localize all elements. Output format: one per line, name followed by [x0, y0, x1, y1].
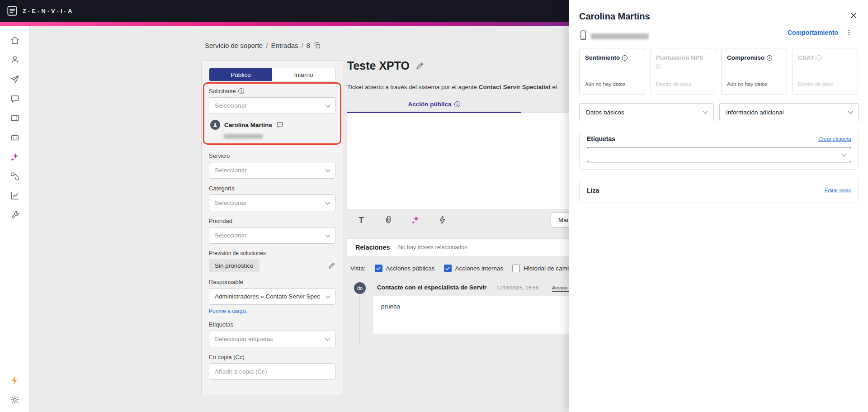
- mobile-phone-icon: [579, 30, 587, 41]
- ticket-title: Teste XPTO: [347, 59, 410, 72]
- zenvia-logo-icon: [6, 5, 18, 17]
- contacts-icon[interactable]: [10, 55, 20, 65]
- tab-interno[interactable]: Interno: [272, 68, 335, 81]
- quick-reply-flash-icon[interactable]: [438, 215, 448, 225]
- cc-input[interactable]: Añadir a copia (Cc): [209, 363, 335, 380]
- create-tag-link[interactable]: Crear etiqueta: [818, 136, 851, 142]
- view-filters-row: Vista: Acciones públicas Acciones intern…: [350, 265, 572, 272]
- servicio-select[interactable]: Seleccionar: [209, 162, 335, 179]
- info-icon: [816, 55, 822, 61]
- metric-nps: Puntuación NPS Dentro de poco: [650, 48, 716, 95]
- redacted-requester-contact: [224, 134, 263, 139]
- copy-icon[interactable]: [313, 42, 321, 49]
- breadcrumb-entradas[interactable]: Entradas: [271, 42, 298, 49]
- breadcrumb-servicio[interactable]: Servicio de soporte: [205, 42, 263, 49]
- tickets-icon[interactable]: [10, 113, 20, 123]
- categoria-select[interactable]: Seleccionar: [209, 194, 335, 211]
- filter-historial-cambios[interactable]: Historial de cambi: [512, 265, 572, 272]
- visibility-tabs: Público Interno: [209, 68, 335, 81]
- chevron-down-icon: [325, 102, 330, 107]
- tags-card: Etiquetas Crear etiqueta: [579, 129, 859, 170]
- requester-name[interactable]: Carolina Martins: [224, 122, 272, 128]
- timeline-connector: [359, 296, 360, 345]
- metric-value: Aún no hay datos: [727, 81, 781, 89]
- behavior-link[interactable]: Comportamiento: [788, 29, 838, 36]
- metric-sentimiento: Sentimiento Aún no hay datos: [579, 48, 645, 95]
- chevron-down-icon: [848, 109, 853, 114]
- send-icon[interactable]: [10, 74, 20, 84]
- home-icon[interactable]: [10, 35, 20, 45]
- solicitante-select[interactable]: Seleccionar: [209, 97, 335, 114]
- relations-title: Relaciones: [355, 244, 390, 251]
- edit-pencil-icon[interactable]: [328, 262, 335, 270]
- responsable-label: Responsable: [209, 279, 335, 285]
- kebab-menu-icon[interactable]: [845, 29, 853, 36]
- brand-wordmark: Z·E·N·V·I·A: [23, 8, 74, 14]
- chevron-down-icon: [325, 232, 330, 237]
- metric-value: Dentro de poco: [798, 81, 852, 89]
- checkbox-checked-icon[interactable]: [444, 265, 452, 272]
- prioridad-select[interactable]: Seleccionar: [209, 227, 335, 244]
- chevron-down-icon: [325, 336, 330, 341]
- ai-sparkles-icon[interactable]: [10, 152, 20, 162]
- contact-name-title: Carolina Martins: [579, 11, 650, 22]
- filter-acciones-internas[interactable]: Acciones internas: [444, 265, 504, 272]
- chat-bubble-icon[interactable]: [276, 121, 284, 129]
- contact-drawer: Carolina Martins Comportamiento Sentimie…: [569, 0, 868, 412]
- edit-title-pencil-icon[interactable]: [415, 62, 424, 70]
- text-format-icon[interactable]: T: [356, 215, 366, 225]
- contact-metrics: Sentimiento Aún no hay datos Puntuación …: [579, 48, 858, 95]
- settings-gear-icon[interactable]: [10, 395, 20, 405]
- app-sidebar: [0, 26, 30, 412]
- metric-csat: CSAT Dentro de poco: [792, 48, 858, 95]
- vista-label: Vista:: [350, 265, 366, 272]
- breadcrumb-separator: /: [266, 42, 268, 49]
- metric-value: Aún no hay datos: [585, 81, 639, 89]
- tags-select[interactable]: [587, 147, 851, 162]
- assign-me-link[interactable]: Ponme a cargo.: [209, 308, 247, 314]
- contact-accordions: Datos básicos Información adicional: [579, 103, 859, 121]
- attachment-paperclip-icon[interactable]: [383, 215, 393, 225]
- editor-toolbar: T: [356, 212, 448, 228]
- selected-requester: Carolina Martins: [209, 120, 335, 130]
- info-icon: [238, 88, 244, 94]
- flash-icon[interactable]: [10, 375, 20, 385]
- checkbox-checked-icon[interactable]: [375, 265, 382, 272]
- checkbox-unchecked-icon[interactable]: [512, 265, 520, 272]
- etiquetas-label: Etiquetas: [209, 321, 335, 328]
- chevron-down-icon: [841, 151, 846, 156]
- chevron-down-icon: [703, 109, 708, 114]
- app-root: Z·E·N·V·I·A: [0, 0, 868, 412]
- accordion-datos-basicos[interactable]: Datos básicos: [579, 103, 714, 121]
- integrations-icon[interactable]: [10, 171, 20, 181]
- requester-avatar: [210, 120, 220, 130]
- ai-sparkles-icon[interactable]: [410, 215, 420, 225]
- filter-acciones-publicas[interactable]: Acciones públicas: [375, 265, 435, 272]
- tags-title: Etiquetas: [587, 135, 615, 142]
- accordion-informacion-adicional[interactable]: Información adicional: [719, 103, 859, 121]
- responsable-select[interactable]: Administradores » Contato Servir Spec: [209, 288, 335, 305]
- prevision-row: Sin pronóstico: [209, 259, 335, 272]
- tab-accion-publica[interactable]: Acción pública: [347, 101, 521, 113]
- chat-icon[interactable]: [10, 94, 20, 104]
- ticket-opened-info: Ticket abierto a través del sistema por …: [347, 84, 557, 90]
- breadcrumb-separator: /: [302, 42, 303, 49]
- agent-name: Contact Servir Specialist: [479, 84, 551, 90]
- behavior-row: Comportamiento: [788, 29, 853, 36]
- info-icon: [622, 55, 627, 61]
- analytics-icon[interactable]: [10, 191, 20, 201]
- prioridad-label: Prioridad: [209, 218, 335, 224]
- entry-timestamp: 17/09/2025, 16:56: [496, 285, 538, 290]
- close-icon[interactable]: [849, 11, 858, 20]
- workspace-bot-icon[interactable]: [10, 133, 20, 142]
- tools-icon[interactable]: [10, 210, 20, 220]
- lists-card: Liza Editar listas: [579, 178, 859, 203]
- edit-lists-link[interactable]: Editar listas: [825, 188, 851, 193]
- etiquetas-select[interactable]: Seleccionar etiquetas: [209, 331, 335, 347]
- breadcrumb-ticket-id: 8: [307, 42, 310, 49]
- solicitante-label: Solicitante: [209, 88, 335, 95]
- info-icon: [454, 101, 460, 107]
- ticket-title-row: Teste XPTO: [347, 59, 424, 72]
- tab-publico[interactable]: Público: [209, 68, 272, 81]
- entry-author: Contacte con el especialista de Servir: [377, 284, 486, 291]
